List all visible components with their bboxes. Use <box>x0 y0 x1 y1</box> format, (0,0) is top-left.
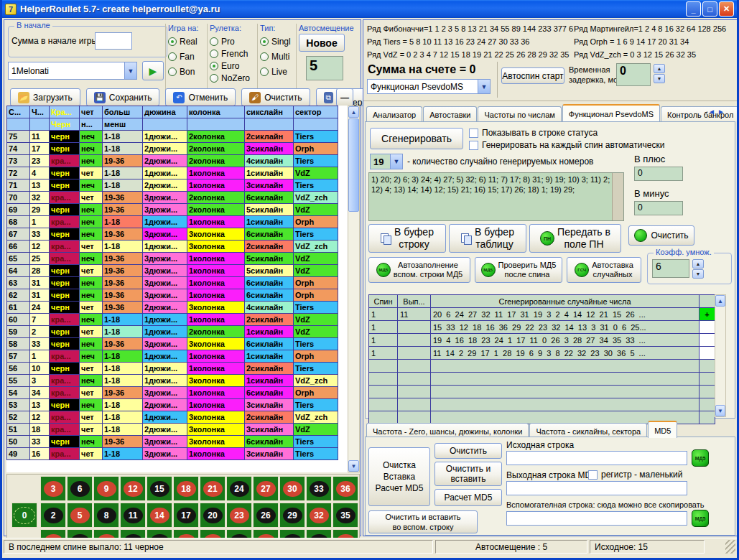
clear-gen-button[interactable]: Очистить <box>628 225 694 246</box>
table-cell[interactable]: 72 <box>7 167 30 179</box>
table-cell[interactable]: 2дюжи... <box>143 179 187 192</box>
roulette-cell-6[interactable]: 6 <box>67 476 93 501</box>
radio-singl[interactable]: Singl <box>260 37 291 47</box>
table-cell[interactable]: 3дюжи... <box>143 338 187 350</box>
chevron-down-icon[interactable]: ▼ <box>478 80 490 93</box>
table-row[interactable]: 6331черннеч19-363дюжи...1колонка6сиклайн… <box>7 277 338 289</box>
table-cell[interactable]: 32 <box>30 192 50 204</box>
table-cell[interactable]: черн <box>50 399 80 411</box>
numbers-scrollbar[interactable] <box>612 173 623 220</box>
table-row[interactable]: 553кра...неч1-181дюжи...3колонка1сиклайн… <box>7 375 338 387</box>
table-cell[interactable]: 1-18 <box>103 241 143 253</box>
table-row[interactable]: 7511черннеч1-181дюжи...2колонка2сиклайнT… <box>7 131 338 143</box>
table-cell[interactable]: черн <box>50 228 80 241</box>
table-cell[interactable]: 6сиклайн <box>245 338 294 350</box>
table-cell[interactable]: Orph <box>294 289 338 302</box>
table-cell[interactable]: чет <box>80 167 103 179</box>
generated-numbers-box[interactable]: 1) 20; 2) 6; 3) 24; 4) 27; 5) 32; 6) 11;… <box>368 172 624 221</box>
table-row[interactable]: 5434кра...чет19-363дюжи...1колонка6сикла… <box>7 387 338 399</box>
table-cell[interactable]: 62 <box>7 289 30 302</box>
table-cell[interactable]: Tiers <box>294 448 338 460</box>
table-cell[interactable]: 1-18 <box>103 363 143 375</box>
table-cell[interactable] <box>700 386 715 398</box>
md5-icon-button[interactable]: МД5 <box>692 510 709 527</box>
table-cell[interactable]: 3дюжи... <box>143 289 187 302</box>
status-checkbox-row[interactable]: Показывать в строке статуса <box>469 128 598 138</box>
table-cell[interactable]: Tiers <box>294 131 338 143</box>
table-cell[interactable]: 3дюжи... <box>143 265 187 277</box>
table-cell[interactable]: 59 <box>7 326 30 338</box>
table-cell[interactable]: 66 <box>7 241 30 253</box>
table-cell[interactable]: 5сиклайн <box>245 253 294 265</box>
chevron-down-icon[interactable]: ▼ <box>124 62 136 79</box>
table-cell[interactable]: 3сиклайн <box>245 448 294 460</box>
table-cell[interactable]: 17 <box>30 143 50 155</box>
table-cell[interactable]: 1сиклайн <box>245 375 294 387</box>
table-cell[interactable]: VdZ_zch <box>294 192 338 204</box>
table-row[interactable]: 592чернчет1-181дюжи...2колонка1сиклайнVd… <box>7 326 338 338</box>
spin-down-icon[interactable]: ▼ <box>692 269 704 279</box>
table-cell[interactable]: черн <box>50 179 80 192</box>
table-cell[interactable] <box>398 347 431 360</box>
table-row[interactable]: 119 4 16 18 23 24 1 17 11 0 26 3 28 27 3… <box>369 334 715 347</box>
roulette-cell-20[interactable]: 20 <box>200 503 226 528</box>
table-row[interactable]: 5313черннеч1-182дюжи...1колонка3сиклайнT… <box>7 399 338 411</box>
table-cell[interactable]: 65 <box>7 253 30 265</box>
table-cell[interactable]: 31 <box>30 289 50 302</box>
table-row[interactable]: 7032кра...чет19-363дюжи...2колонка6сикла… <box>7 192 338 204</box>
table-cell[interactable] <box>369 386 398 398</box>
table-cell[interactable]: VdZ_zch <box>294 411 338 424</box>
save-floppy-button[interactable]: 💾Сохранить <box>86 88 160 106</box>
table-cell[interactable]: 1дюжи... <box>143 216 187 228</box>
table-cell[interactable]: 2сиклайн <box>245 314 294 326</box>
table-cell[interactable]: 19-36 <box>103 338 143 350</box>
register-checkbox-row[interactable]: регистр - маленький <box>588 470 682 480</box>
table-cell[interactable]: 2сиклайн <box>245 241 294 253</box>
table-cell[interactable]: 3колонка <box>187 424 245 436</box>
table-row[interactable]: 5610чернчет1-181дюжи...1колонка2сиклайнT… <box>7 363 338 375</box>
table-cell[interactable]: 31 <box>30 277 50 289</box>
roulette-cell-29[interactable]: 29 <box>279 503 305 528</box>
coeff-spinner[interactable]: ▲ ▼ <box>692 259 704 279</box>
table-cell[interactable]: 1дюжи... <box>143 131 187 143</box>
scroll-down-icon[interactable]: ▼ <box>348 460 359 472</box>
collapse-button[interactable]: — <box>336 88 353 106</box>
table-cell[interactable]: неч <box>80 216 103 228</box>
table-cell[interactable]: VdZ <box>294 424 338 436</box>
table-cell[interactable]: 1 <box>30 350 50 363</box>
table-cell[interactable]: 1 <box>30 216 50 228</box>
table-cell[interactable]: 1дюжи... <box>143 363 187 375</box>
table-cell[interactable]: 1-18 <box>103 131 143 143</box>
table-cell[interactable] <box>700 411 715 424</box>
table-cell[interactable]: 3сиклайн <box>245 399 294 411</box>
table-cell[interactable]: 2дюжи... <box>143 302 187 314</box>
table-cell[interactable]: 1-18 <box>103 179 143 192</box>
table-cell[interactable]: 3дюжи... <box>143 228 187 241</box>
table-cell[interactable]: 15 33 12 18 16 36 29 22 23 32 14 13 3 31… <box>431 321 700 334</box>
radio-icon[interactable] <box>168 67 177 76</box>
table-cell[interactable]: неч <box>80 143 103 155</box>
table-cell[interactable]: 6сиклайн <box>245 192 294 204</box>
radio-icon[interactable] <box>210 74 218 83</box>
table-cell[interactable]: черн <box>50 143 80 155</box>
table-cell[interactable]: черн <box>50 204 80 216</box>
table-cell[interactable] <box>431 373 700 386</box>
table-cell[interactable] <box>431 386 700 398</box>
table-cell[interactable]: черн <box>50 289 80 302</box>
table-cell[interactable]: 1колонка <box>187 167 245 179</box>
table-cell[interactable] <box>398 360 431 373</box>
table-cell[interactable]: черн <box>50 436 80 448</box>
table-cell[interactable]: 1-18 <box>103 448 143 460</box>
table-cell[interactable]: 3колонка <box>187 375 245 387</box>
table-cell[interactable] <box>700 373 715 386</box>
table-row-empty[interactable] <box>369 360 715 373</box>
send-to-pn-button[interactable]: ПН Передать в поле ПН <box>529 224 621 253</box>
table-cell[interactable]: 1колонка <box>187 363 245 375</box>
table-row[interactable]: 6428чернчет19-363дюжи...1колонка5сиклайн… <box>7 265 338 277</box>
tab-функционал-psevdoms[interactable]: Функционал PsevdoMS <box>562 104 660 121</box>
table-cell[interactable] <box>398 321 431 334</box>
table-cell[interactable]: 3колонка <box>187 411 245 424</box>
scroll-up-icon[interactable]: ▲ <box>348 106 359 118</box>
table-cell[interactable]: Tiers <box>294 338 338 350</box>
table-cell[interactable]: Tiers <box>294 302 338 314</box>
